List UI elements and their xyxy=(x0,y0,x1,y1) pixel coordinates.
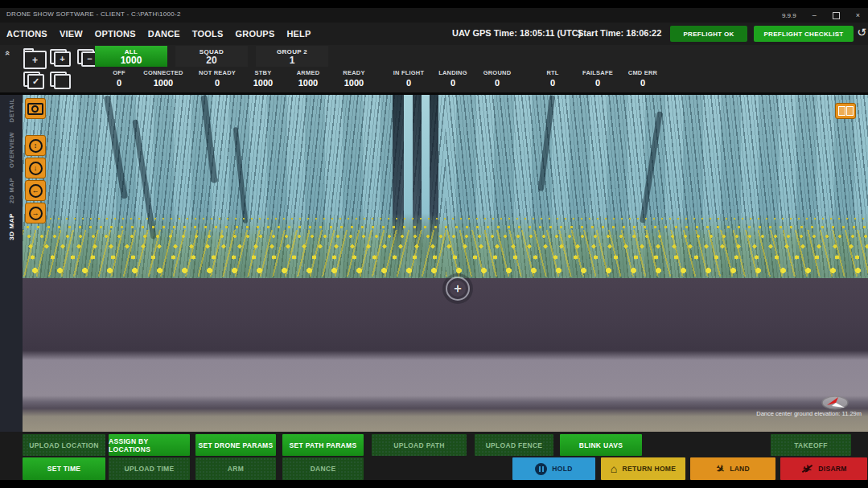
terrain-ground xyxy=(23,278,868,432)
set-path-params-button[interactable]: SET PATH PARAMS xyxy=(282,434,364,456)
action-bar: « UPLOAD LOCATION ASSIGN BY LOCATIONS SE… xyxy=(0,432,868,480)
add-selection-button[interactable]: + xyxy=(50,49,71,67)
map-3d-view[interactable]: ✛ ↕ ↓ ← → Dance center ground elevation:… xyxy=(23,95,868,432)
hold-button[interactable]: HOLD xyxy=(512,457,595,480)
return-home-button[interactable]: ⌂ RETURN HOME xyxy=(601,457,685,480)
preflight-checklist-button[interactable]: PREFLIGHT CHECKLIST xyxy=(754,26,854,42)
blink-uavs-button[interactable]: BLINK UAVS xyxy=(560,434,642,456)
toolbar: « + + − ✓ ALL 1000 SQUAD 20 GROUP 2 1 OF… xyxy=(0,45,868,92)
menu-options[interactable]: OPTIONS xyxy=(95,29,136,39)
pause-icon xyxy=(535,463,547,475)
start-time: Start Time: 18:06:22 xyxy=(578,28,661,38)
menubar: ACTIONS VIEW OPTIONS DANCE TOOLS GROUPS … xyxy=(0,23,868,45)
upload-fence-button[interactable]: UPLOAD FENCE xyxy=(475,434,553,456)
upload-time-button[interactable]: UPLOAD TIME xyxy=(109,457,190,480)
status-cmd-err: CMD ERR0 xyxy=(615,69,671,88)
status-connected: CONNECTED1000 xyxy=(135,69,191,88)
select-all-button[interactable]: ✓ xyxy=(23,72,44,89)
elevation-note: Dance center ground elevation: 11.29m xyxy=(756,410,862,417)
rotate-left-icon[interactable]: ← xyxy=(25,180,46,201)
status-ready: READY1000 xyxy=(326,69,382,88)
takeoff-button[interactable]: TAKEOFF xyxy=(771,434,851,456)
move-vertical-icon[interactable]: ↕ xyxy=(25,135,46,156)
tab-detail[interactable]: DETAIL xyxy=(8,98,15,122)
group-tab-group-2[interactable]: GROUP 2 1 xyxy=(256,46,328,67)
preflight-ok-button[interactable]: PREFLIGHT OK xyxy=(670,26,747,42)
set-time-button[interactable]: SET TIME xyxy=(23,457,105,480)
view-tab-strip: DETAIL OVERVIEW 2D MAP 3D MAP xyxy=(0,95,23,432)
new-group-folder-button[interactable]: + xyxy=(23,51,47,69)
menu-groups[interactable]: GROUPS xyxy=(236,29,275,39)
camera-capture-icon[interactable] xyxy=(25,98,46,119)
menu-dance[interactable]: DANCE xyxy=(148,29,180,39)
window-title: DRONE SHOW SOFTWARE - CLIENT - C:\PATH\1… xyxy=(6,10,181,18)
move-down-icon[interactable]: ↓ xyxy=(25,158,46,178)
titlebar: DRONE SHOW SOFTWARE - CLIENT - C:\PATH\1… xyxy=(0,8,868,23)
collapse-top-panel-icon[interactable]: « xyxy=(3,51,13,55)
home-icon: ⌂ xyxy=(611,463,618,474)
tab-2d-map[interactable]: 2D MAP xyxy=(8,178,15,203)
upload-location-button[interactable]: UPLOAD LOCATION xyxy=(23,434,105,456)
group-tab-squad[interactable]: SQUAD 20 xyxy=(175,46,248,67)
upload-path-button[interactable]: UPLOAD PATH xyxy=(372,434,467,456)
menu-tools[interactable]: TOOLS xyxy=(192,29,224,39)
close-button[interactable]: × xyxy=(856,9,860,22)
plane-disarm-icon: ✈ xyxy=(800,463,813,474)
uav-gps-time: UAV GPS Time: 18:05:11 (UTC) xyxy=(452,28,581,38)
tab-overview[interactable]: OVERVIEW xyxy=(8,132,15,168)
window-top-strip xyxy=(0,0,868,8)
disarm-button[interactable]: ✈ DISARM xyxy=(780,457,867,480)
restore-icon[interactable] xyxy=(833,12,840,19)
menu-actions[interactable]: ACTIONS xyxy=(6,29,47,39)
drone-grid-dots xyxy=(23,95,868,288)
version-label: 9.9.9 xyxy=(782,12,796,19)
drone-show-software-window: DRONE SHOW SOFTWARE - CLIENT - C:\PATH\1… xyxy=(0,0,868,488)
plane-landing-icon: ✈ xyxy=(714,461,727,475)
map-layers-icon[interactable] xyxy=(835,103,856,119)
land-button[interactable]: ✈ LAND xyxy=(690,457,775,480)
status-ground: GROUND0 xyxy=(469,69,525,88)
set-drone-params-button[interactable]: SET DRONE PARAMS xyxy=(195,434,276,456)
window-bottom-strip xyxy=(0,480,868,488)
group-tab-all[interactable]: ALL 1000 xyxy=(95,46,167,67)
menu-help[interactable]: HELP xyxy=(286,29,311,39)
menu-view[interactable]: VIEW xyxy=(60,29,83,39)
select-none-button[interactable] xyxy=(50,72,71,89)
rotate-right-icon[interactable]: → xyxy=(25,203,46,223)
compass-icon xyxy=(821,394,849,412)
history-clock-icon[interactable]: ↺ xyxy=(857,26,866,39)
assign-by-locations-button[interactable]: ASSIGN BY LOCATIONS xyxy=(109,434,190,456)
dance-button[interactable]: DANCE xyxy=(282,457,364,480)
pan-cursor-indicator: ✛ xyxy=(446,277,470,301)
arm-button[interactable]: ARM xyxy=(195,457,276,480)
tab-3d-map[interactable]: 3D MAP xyxy=(8,213,15,240)
minimize-button[interactable]: – xyxy=(812,9,817,22)
